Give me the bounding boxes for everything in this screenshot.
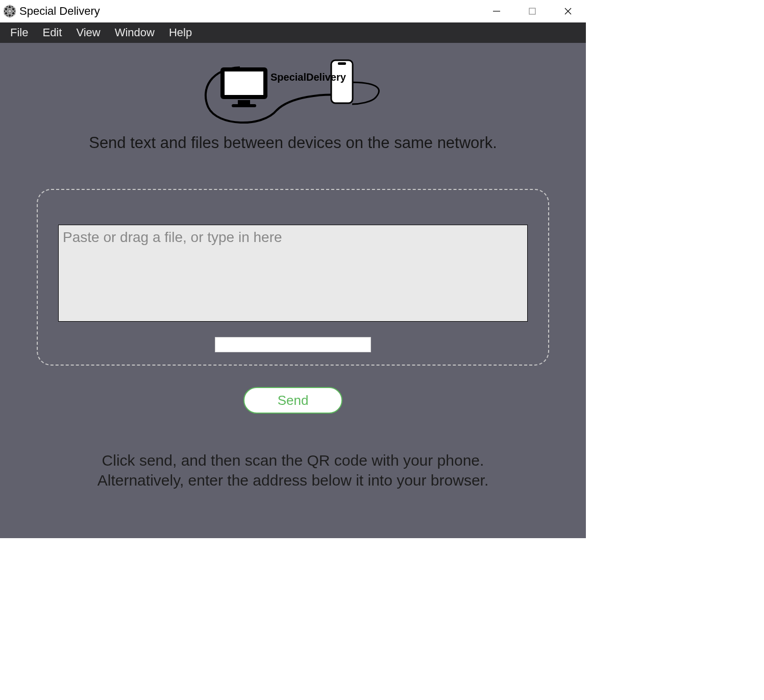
- maximize-button[interactable]: [514, 0, 550, 22]
- app-icon: [3, 5, 16, 18]
- menubar: File Edit View Window Help: [0, 22, 586, 43]
- window-title: Special Delivery: [19, 5, 100, 18]
- menu-edit[interactable]: Edit: [35, 24, 69, 41]
- instructions: Click send, and then scan the QR code wi…: [97, 450, 489, 490]
- svg-point-4: [9, 10, 11, 12]
- instructions-line2: Alternatively, enter the address below i…: [97, 470, 489, 490]
- menu-window[interactable]: Window: [108, 24, 162, 41]
- minimize-button[interactable]: [479, 0, 514, 22]
- menu-file[interactable]: File: [3, 24, 35, 41]
- logo: SpecialDelivery: [196, 49, 390, 130]
- tagline: Send text and files between devices on t…: [89, 134, 497, 152]
- content-area: SpecialDelivery Send text and files betw…: [0, 43, 586, 538]
- password-input[interactable]: [215, 337, 371, 352]
- instructions-line1: Click send, and then scan the QR code wi…: [97, 450, 489, 470]
- drop-zone[interactable]: [37, 189, 549, 366]
- svg-rect-14: [338, 62, 346, 65]
- menu-help[interactable]: Help: [162, 24, 199, 41]
- titlebar: Special Delivery: [0, 0, 586, 22]
- close-button[interactable]: [550, 0, 586, 22]
- logo-text: SpecialDelivery: [270, 71, 347, 83]
- svg-rect-10: [225, 71, 263, 95]
- message-input[interactable]: [58, 225, 528, 322]
- svg-rect-6: [529, 8, 535, 14]
- menu-view[interactable]: View: [69, 24, 107, 41]
- svg-rect-12: [232, 104, 256, 107]
- window-controls: [479, 0, 586, 22]
- send-button[interactable]: Send: [243, 387, 342, 414]
